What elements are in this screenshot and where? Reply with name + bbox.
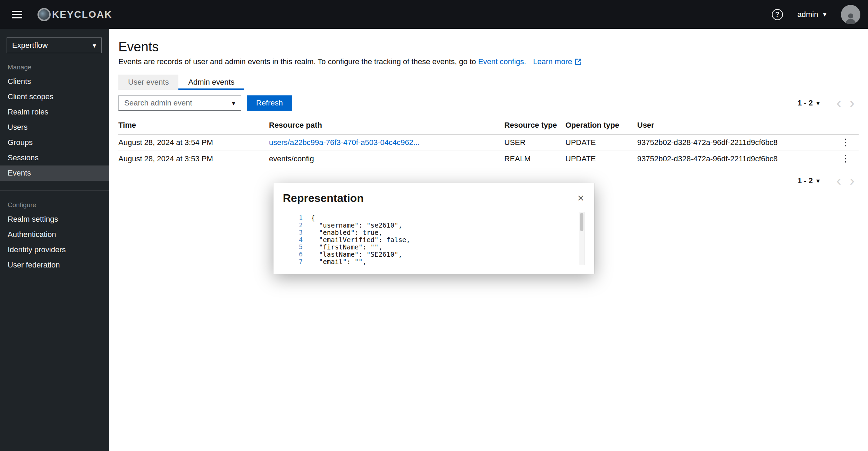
tab-bar: User events Admin events: [118, 75, 244, 90]
keycloak-logo: KEYCLOAK: [37, 8, 112, 21]
admin-events-table: Time Resource path Resource type Operati…: [118, 116, 859, 167]
code-text: "emailVerified": false,: [311, 236, 410, 244]
code-text: "enabled": true,: [311, 229, 382, 236]
modal-header: Representation ✕: [273, 183, 594, 205]
toolbar: Search admin event ▾ Refresh 1 - 2 ▾ ‹ ›: [118, 95, 859, 111]
user-menu[interactable]: admin ▾: [798, 10, 826, 19]
person-icon: [844, 11, 858, 24]
representation-modal: Representation ✕ 1{ 2 "username": "se261…: [273, 183, 594, 274]
refresh-button[interactable]: Refresh: [247, 95, 292, 111]
table-row: August 28, 2024 at 3:54 PM users/a22bc99…: [118, 135, 859, 151]
sidebar-item-authentication[interactable]: Authentication: [0, 227, 109, 242]
external-link-icon: [575, 58, 582, 65]
sidebar-item-sessions[interactable]: Sessions: [0, 150, 109, 165]
page-description-text: Events are records of user and admin eve…: [118, 57, 476, 66]
pagination-prev-button[interactable]: ‹: [832, 96, 845, 110]
page-description: Events are records of user and admin eve…: [118, 57, 859, 67]
line-number: 4: [283, 236, 303, 243]
table-header-row: Time Resource path Resource type Operati…: [118, 116, 859, 135]
modal-title: Representation: [283, 192, 364, 205]
pagination-next-button[interactable]: ›: [845, 96, 859, 110]
cell-resource-path: users/a22bc99a-76f3-470f-a503-04c4c962..…: [269, 135, 504, 151]
realm-selector[interactable]: Expertflow ▾: [7, 37, 102, 53]
cell-user: 93752b02-d328-472a-96df-2211d9cf6bc8: [637, 135, 838, 151]
column-header-resource-path: Resource path: [269, 116, 504, 135]
code-text: "username": "se2610",: [311, 221, 402, 229]
caret-down-icon: ▾: [232, 100, 235, 107]
cell-resource-path: events/config: [269, 151, 504, 167]
code-lines: 1{ 2 "username": "se2610", 3 "enabled": …: [283, 212, 579, 265]
column-header-user: User: [637, 116, 838, 135]
masthead: KEYCLOAK ? admin ▾: [0, 0, 868, 29]
kebab-menu-icon[interactable]: ⋮: [841, 154, 850, 163]
cell-resource-type: USER: [504, 135, 565, 151]
caret-down-icon[interactable]: ▾: [816, 177, 820, 184]
code-editor[interactable]: 1{ 2 "username": "se2610", 3 "enabled": …: [283, 212, 584, 265]
learn-more-link[interactable]: Learn more: [533, 57, 582, 67]
event-configs-link[interactable]: Event configs.: [478, 57, 526, 66]
caret-down-icon[interactable]: ▾: [816, 100, 820, 107]
search-select-label: Search admin event: [124, 99, 192, 108]
editor-scrollbar-thumb[interactable]: [580, 213, 583, 231]
pagination-next-button[interactable]: ›: [845, 173, 859, 188]
column-header-operation-type: Operation type: [565, 116, 637, 135]
pagination-bottom: 1 - 2 ▾ ‹ ›: [798, 173, 859, 188]
sidebar-item-events[interactable]: Events: [0, 165, 109, 181]
code-text: "email": "",: [311, 258, 366, 265]
cell-user: 93752b02-d328-472a-96df-2211d9cf6bc8: [637, 151, 838, 167]
code-text: "firstName": "",: [311, 243, 382, 251]
sidebar: Expertflow ▾ Manage Clients Client scope…: [0, 29, 109, 451]
column-header-time: Time: [118, 116, 269, 135]
pagination-top: 1 - 2 ▾ ‹ ›: [798, 96, 859, 110]
pagination-range[interactable]: 1 - 2: [798, 176, 813, 185]
caret-down-icon: ▾: [823, 10, 826, 18]
code-text: {: [311, 214, 315, 222]
pagination-prev-button[interactable]: ‹: [832, 173, 845, 188]
search-admin-event-select[interactable]: Search admin event ▾: [118, 95, 241, 111]
cell-time: August 28, 2024 at 3:53 PM: [118, 151, 269, 167]
sidebar-item-groups[interactable]: Groups: [0, 135, 109, 150]
brand-text: KEYCLOAK: [52, 9, 112, 20]
line-number: 3: [283, 229, 303, 236]
line-number: 7: [283, 258, 303, 265]
sidebar-item-users[interactable]: Users: [0, 120, 109, 135]
nav-group-label: Manage: [8, 63, 109, 71]
sidebar-item-client-scopes[interactable]: Client scopes: [0, 89, 109, 104]
help-icon[interactable]: ?: [772, 9, 783, 20]
keycloak-logo-icon: [37, 8, 51, 21]
sidebar-item-clients[interactable]: Clients: [0, 74, 109, 89]
line-number: 5: [283, 243, 303, 250]
sidebar-item-realm-settings[interactable]: Realm settings: [0, 212, 109, 227]
sidebar-item-realm-roles[interactable]: Realm roles: [0, 104, 109, 120]
menu-toggle-icon[interactable]: [12, 11, 22, 18]
pagination-range[interactable]: 1 - 2: [798, 99, 813, 108]
table-row: August 28, 2024 at 3:53 PM events/config…: [118, 151, 859, 167]
line-number: 6: [283, 250, 303, 258]
nav-group-manage: Manage Clients Client scopes Realm roles…: [0, 63, 109, 181]
sidebar-item-user-federation[interactable]: User federation: [0, 257, 109, 273]
cell-time: August 28, 2024 at 3:54 PM: [118, 135, 269, 151]
user-menu-label: admin: [798, 10, 818, 19]
cell-operation-type: UPDATE: [565, 135, 637, 151]
line-number: 1: [283, 214, 303, 221]
page-title: Events: [118, 39, 859, 54]
tab-admin-events[interactable]: Admin events: [178, 75, 244, 90]
editor-scrollbar[interactable]: [579, 212, 584, 265]
nav-group-label: Configure: [8, 201, 109, 209]
cell-operation-type: UPDATE: [565, 151, 637, 167]
code-text: "lastName": "SE2610",: [311, 250, 402, 258]
line-number: 2: [283, 221, 303, 229]
kebab-menu-icon[interactable]: ⋮: [841, 138, 850, 147]
nav-group-configure: Configure Realm settings Authentication …: [0, 190, 109, 273]
close-icon[interactable]: ✕: [577, 193, 584, 203]
masthead-actions: ? admin ▾: [772, 5, 860, 24]
resource-path-link[interactable]: users/a22bc99a-76f3-470f-a503-04c4c962..…: [269, 138, 420, 147]
tab-user-events[interactable]: User events: [118, 75, 178, 90]
sidebar-item-identity-providers[interactable]: Identity providers: [0, 242, 109, 257]
realm-selector-label: Expertflow: [12, 41, 48, 50]
cell-resource-type: REALM: [504, 151, 565, 167]
column-header-resource-type: Resource type: [504, 116, 565, 135]
avatar[interactable]: [841, 5, 860, 24]
column-header-actions: [838, 116, 859, 135]
caret-down-icon: ▾: [93, 42, 96, 49]
